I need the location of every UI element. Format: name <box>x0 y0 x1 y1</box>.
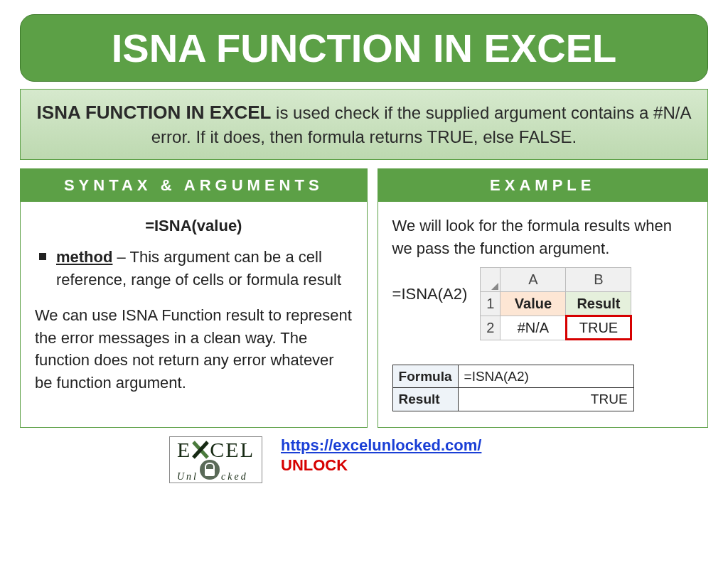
description-box: ISNA FUNCTION IN EXCEL is used check if … <box>20 89 708 160</box>
footer-links: https://excelunlocked.com/ UNLOCK <box>281 436 481 475</box>
sheet-header-value: Value <box>500 291 566 316</box>
example-panel: EXAMPLE We will look for the formula res… <box>378 168 708 428</box>
excel-unlocked-logo: E CEL Unlcked <box>169 436 262 484</box>
result-table: Formula =ISNA(A2) Result TRUE <box>392 365 634 411</box>
footer-unlock-text: UNLOCK <box>281 456 481 475</box>
argument-name: method <box>56 248 112 266</box>
footer-url-link[interactable]: https://excelunlocked.com/ <box>281 436 481 455</box>
logo-top-row: E CEL <box>177 440 255 460</box>
footer: E CEL Unlcked https://excelunlocked.com/… <box>20 436 708 484</box>
logo-x-icon <box>191 440 210 460</box>
logo-bottom-row: Unlcked <box>177 460 255 482</box>
result-result-value: TRUE <box>458 388 633 411</box>
sheet-header-result: Result <box>566 291 631 316</box>
lock-icon <box>200 460 220 480</box>
logo-letters-cel: CEL <box>210 440 255 459</box>
syntax-panel-body: =ISNA(value) method – This argument can … <box>21 202 367 410</box>
bullet-square-icon <box>39 253 46 260</box>
syntax-panel: SYNTAX & ARGUMENTS =ISNA(value) method –… <box>20 168 368 428</box>
example-panel-body: We will look for the formula results whe… <box>378 202 707 427</box>
description-lead: ISNA FUNCTION IN EXCEL <box>37 102 272 123</box>
example-panel-header: EXAMPLE <box>378 169 707 202</box>
sheet-cell-a2: #N/A <box>500 316 566 340</box>
sheet-row-1: 1 <box>481 291 500 316</box>
sheet-col-b: B <box>566 267 631 291</box>
sheet-corner <box>481 267 500 291</box>
sheet-col-a: A <box>500 267 566 291</box>
argument-text: method – This argument can be a cell ref… <box>56 246 353 291</box>
logo-letter-e: E <box>177 440 191 459</box>
example-formula-inline: =ISNA(A2) <box>392 264 468 306</box>
example-intro: We will look for the formula results whe… <box>392 215 693 260</box>
mini-spreadsheet: A B 1 Value Result 2 #N/A TRUE <box>480 267 631 340</box>
argument-bullet: method – This argument can be a cell ref… <box>35 246 353 291</box>
result-formula-value: =ISNA(A2) <box>458 365 633 388</box>
sheet-row-2: 2 <box>481 316 500 340</box>
syntax-paragraph: We can use ISNA Function result to repre… <box>35 304 353 395</box>
syntax-panel-header: SYNTAX & ARGUMENTS <box>21 169 367 202</box>
page-title-banner: ISNA FUNCTION IN EXCEL <box>20 14 708 82</box>
result-result-label: Result <box>392 388 458 411</box>
result-formula-label: Formula <box>392 365 458 388</box>
columns-wrapper: SYNTAX & ARGUMENTS =ISNA(value) method –… <box>20 168 708 428</box>
sheet-cell-b2: TRUE <box>566 316 631 340</box>
example-row: =ISNA(A2) A B 1 Value Result 2 #N/A <box>392 264 693 340</box>
syntax-formula: =ISNA(value) <box>35 215 353 237</box>
page-title: ISNA FUNCTION IN EXCEL <box>112 26 616 70</box>
